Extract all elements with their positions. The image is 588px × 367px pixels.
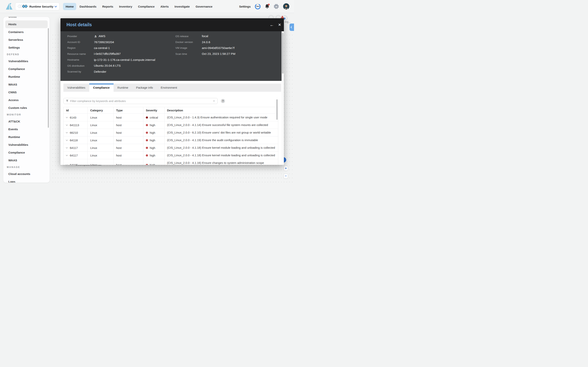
sidebar-item-cloud-accounts[interactable]: Cloud accounts xyxy=(5,170,48,178)
prisma-cloud-logo-icon[interactable] xyxy=(4,2,13,11)
cell-category: Linux xyxy=(88,129,114,136)
column-header-category[interactable]: Category xyxy=(88,107,114,114)
detail-value: Oct 23, 2023 1:58:27 PM xyxy=(202,52,235,56)
sidebar-item-access[interactable]: Access xyxy=(5,96,48,104)
row-expand-chevron-icon[interactable] xyxy=(66,131,68,133)
severity-label: high xyxy=(150,131,155,134)
sidebar-item-waas[interactable]: WAAS xyxy=(5,157,48,164)
sidebar-item-runtime[interactable]: Runtime xyxy=(5,73,48,81)
detail-value: ip-172-31-1-176.ca-central-1.compute.int… xyxy=(94,58,155,62)
table-row[interactable]: 64117Linuxhosthigh(CIS_Linux_2.0.0 - 4.1… xyxy=(64,152,278,159)
table-scrollbar-thumb[interactable] xyxy=(276,99,278,120)
collapse-panel-button[interactable] xyxy=(290,24,294,31)
row-expand-chevron-icon[interactable] xyxy=(66,154,68,156)
table-row[interactable]: 641113Linuxhosthigh(CIS_Linux_2.0.0 - 4.… xyxy=(64,121,278,129)
cell-id: 66210 xyxy=(64,129,88,136)
modal-titlebar: Host details ← ✕ xyxy=(60,18,284,31)
sidebar-section-defend: DEFEND xyxy=(3,51,50,57)
compliance-id: 64115 xyxy=(70,163,78,165)
row-expand-chevron-icon[interactable] xyxy=(66,116,68,118)
tab-vulnerabilities[interactable]: Vulnerabilities xyxy=(63,83,89,92)
row-expand-chevron-icon[interactable] xyxy=(66,124,68,126)
clear-filter-icon[interactable]: ✕ xyxy=(213,100,215,102)
chevron-left-icon xyxy=(291,26,293,28)
detail-value: aAWS xyxy=(94,34,105,38)
tab-runtime[interactable]: Runtime xyxy=(114,83,132,92)
nav-item-home[interactable]: Home xyxy=(63,3,76,10)
nav-item-inventory[interactable]: Inventory xyxy=(117,3,135,10)
sidebar-item-custom-rules[interactable]: Custom rules xyxy=(5,104,48,112)
user-avatar[interactable] xyxy=(283,3,289,9)
host-details-right-column: OS releasefocalDocker version24.0.6VM im… xyxy=(175,33,235,57)
nav-item-reports[interactable]: Reports xyxy=(100,3,116,10)
cell-description: (CIS_Linux_2.0.0 - 1.4.3) Ensure authent… xyxy=(165,114,278,121)
sidebar-item-att-ck[interactable]: ATT&CK xyxy=(5,118,48,125)
sidebar-item-vulnerabilities[interactable]: Vulnerabilities xyxy=(5,57,48,65)
sidebar-item-settings[interactable]: Settings xyxy=(5,44,48,51)
modal-content: VulnerabilitiesComplianceRuntimePackage … xyxy=(60,81,284,165)
compliance-id: 64117 xyxy=(70,154,78,157)
cell-category: Linux xyxy=(88,152,114,159)
sidebar-item-compliance[interactable]: Compliance xyxy=(5,65,48,73)
sidebar-item-cnns[interactable]: CNNS xyxy=(5,88,48,96)
column-header-id[interactable]: Id xyxy=(64,107,88,114)
column-header-description[interactable]: Description xyxy=(165,107,278,114)
zoom-in-button[interactable]: + xyxy=(284,166,288,171)
severity-label: high xyxy=(150,146,155,150)
nav-item-alerts[interactable]: Alerts xyxy=(158,3,171,10)
svg-text:AI: AI xyxy=(275,6,277,8)
nav-item-governance[interactable]: Governance xyxy=(193,3,215,10)
sidebar-item-serverless[interactable]: Serverless xyxy=(5,36,48,44)
detail-field-scanned-by: Scanned byDefender xyxy=(67,69,155,75)
table-row[interactable]: 64117Linuxhosthigh(CIS_Linux_2.0.0 - 4.1… xyxy=(64,144,278,152)
row-expand-chevron-icon[interactable] xyxy=(66,147,68,149)
notifications-bell-icon[interactable] xyxy=(265,4,269,9)
sidebar-item-waas[interactable]: WAAS xyxy=(5,81,48,88)
sidebar-item-compliance[interactable]: Compliance xyxy=(5,149,48,157)
product-switcher-icon xyxy=(18,4,28,8)
back-button[interactable]: ← xyxy=(269,22,275,28)
aws-provider-icon: a xyxy=(94,35,97,38)
sidebar-item-hosts[interactable]: Hosts xyxy=(5,20,48,28)
sidebar-section-manage: MANAGE xyxy=(3,164,50,170)
close-icon[interactable]: ✕ xyxy=(277,22,283,28)
ai-copilot-icon[interactable]: AI xyxy=(274,4,279,9)
nav-item-compliance[interactable]: Compliance xyxy=(135,3,157,10)
detail-label: Provider xyxy=(67,35,94,38)
sidebar-item-vulnerabilities[interactable]: Vulnerabilities xyxy=(5,141,48,149)
settings-link[interactable]: Settings xyxy=(239,5,251,8)
table-row[interactable]: 64115Linuxhosthigh(CIS_Linux_2.0.0 - 4.1… xyxy=(64,159,278,165)
filter-help-button[interactable]: ? xyxy=(221,99,225,103)
product-switcher-dropdown[interactable]: Runtime Security xyxy=(15,2,59,10)
sidebar-scrollbar[interactable] xyxy=(48,28,49,128)
detail-label: VM image xyxy=(175,46,202,49)
cell-description: (CIS_Linux_2.0.0 - 4.1.18) Ensure kernel… xyxy=(165,152,278,159)
zoom-out-button[interactable]: − xyxy=(284,174,288,179)
sidebar-item-cloud[interactable]: Cloud xyxy=(5,17,48,20)
table-row[interactable]: 6143Linuxhostcritical(CIS_Linux_2.0.0 - … xyxy=(64,114,278,121)
background-text-fragment: ing... xyxy=(285,20,291,23)
sidebar-section-monitor: MONITOR xyxy=(3,112,50,118)
sidebar-item-events[interactable]: Events xyxy=(5,125,48,133)
row-expand-chevron-icon[interactable] xyxy=(66,139,68,141)
sidebar-item-containers[interactable]: Containers xyxy=(5,28,48,36)
progress-ring-label: 78% xyxy=(255,3,261,9)
nav-item-investigate[interactable]: Investigate xyxy=(172,3,192,10)
app-root: { "navbar": { "product_switcher": "Runti… xyxy=(0,0,294,184)
table-row[interactable]: 66210Linuxhosthigh(CIS_Linux_2.0.0 - 6.2… xyxy=(64,129,278,136)
nav-item-dashboards[interactable]: Dashboards xyxy=(77,3,99,10)
compliance-filter-input[interactable] xyxy=(70,100,211,103)
tab-environment[interactable]: Environment xyxy=(157,83,181,92)
tab-compliance[interactable]: Compliance xyxy=(89,83,114,92)
sidebar-item-logs[interactable]: Logs xyxy=(5,178,48,183)
credits-progress-ring[interactable]: 78% xyxy=(255,3,261,9)
sidebar-item-runtime[interactable]: Runtime xyxy=(5,133,48,141)
severity-dot-icon xyxy=(146,164,148,165)
detail-field-provider: ProvideraAWS xyxy=(67,33,155,39)
tab-package-info[interactable]: Package info xyxy=(132,83,157,92)
column-header-severity[interactable]: Severity xyxy=(143,107,165,114)
column-header-type[interactable]: Type xyxy=(114,107,143,114)
row-expand-chevron-icon[interactable] xyxy=(66,164,68,165)
table-row[interactable]: 64118Linuxhosthigh(CIS_Linux_2.0.0 - 4.1… xyxy=(64,136,278,144)
modal-scrollbar-thumb[interactable] xyxy=(282,33,284,74)
